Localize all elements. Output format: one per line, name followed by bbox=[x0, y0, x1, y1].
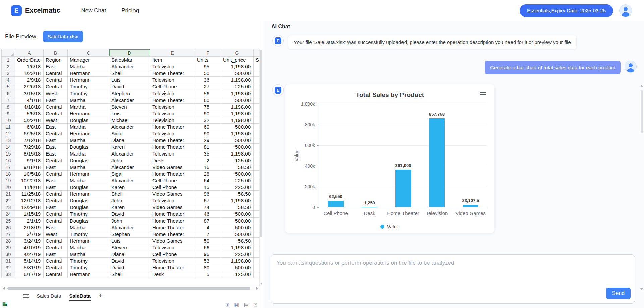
cell-F22[interactable]: 67 bbox=[195, 197, 221, 204]
cell-E33[interactable]: Desk bbox=[150, 271, 195, 278]
cell-G7[interactable]: 500.00 bbox=[221, 97, 254, 104]
cell-A29[interactable]: 4/10/19 bbox=[15, 244, 44, 251]
bar-video-games[interactable] bbox=[463, 205, 478, 207]
cell-C4[interactable]: Hermann bbox=[68, 77, 109, 83]
cell-B10[interactable]: West bbox=[44, 117, 68, 124]
cell-G30[interactable]: 225.00 bbox=[221, 251, 254, 258]
cell-A21[interactable]: 11/25/18 bbox=[15, 191, 44, 197]
row-number-29[interactable]: 29 bbox=[2, 244, 15, 251]
cell-C1[interactable]: Manager bbox=[68, 57, 109, 63]
cell-E6[interactable]: Television bbox=[150, 90, 195, 97]
cell-G15[interactable]: 1,198.00 bbox=[221, 150, 254, 157]
cell-E28[interactable]: Video Games bbox=[150, 238, 195, 244]
cell-G23[interactable]: 58.50 bbox=[221, 204, 254, 211]
cell-F6[interactable]: 56 bbox=[195, 90, 221, 97]
chart-grid-icon[interactable]: ▦ bbox=[234, 302, 239, 308]
cell-H13[interactable] bbox=[254, 137, 260, 144]
cell-H16[interactable] bbox=[254, 157, 260, 164]
cell-G13[interactable]: 500.00 bbox=[221, 137, 254, 144]
cell-C9[interactable]: Hermann bbox=[68, 110, 109, 117]
cell-D14[interactable]: Karen bbox=[109, 144, 150, 150]
cell-F10[interactable]: 32 bbox=[195, 117, 221, 124]
cell-B1[interactable]: Region bbox=[44, 57, 68, 63]
cell-F30[interactable]: 96 bbox=[195, 251, 221, 258]
row-number-7[interactable]: 7 bbox=[2, 97, 15, 104]
cell-D9[interactable]: Luis bbox=[109, 110, 150, 117]
cell-D19[interactable]: Alexander bbox=[109, 177, 150, 184]
cell-C6[interactable]: Timothy bbox=[68, 90, 109, 97]
column-header-G[interactable]: G bbox=[221, 49, 254, 57]
cell-F8[interactable]: 75 bbox=[195, 104, 221, 110]
cell-H33[interactable] bbox=[254, 271, 260, 278]
cell-B11[interactable]: East bbox=[44, 124, 68, 130]
cell-A16[interactable]: 9/1/18 bbox=[15, 157, 44, 164]
cell-D3[interactable]: Shelli bbox=[109, 70, 150, 77]
cell-D16[interactable]: John bbox=[109, 157, 150, 164]
cell-A10[interactable]: 5/22/18 bbox=[15, 117, 44, 124]
cell-G25[interactable]: 500.00 bbox=[221, 218, 254, 224]
cell-G22[interactable]: 1,198.00 bbox=[221, 197, 254, 204]
user-avatar[interactable] bbox=[619, 4, 632, 17]
row-number-4[interactable]: 4 bbox=[2, 77, 15, 83]
cell-H1[interactable]: Sa bbox=[254, 57, 260, 63]
cell-F23[interactable]: 74 bbox=[195, 204, 221, 211]
cell-B24[interactable]: Central bbox=[44, 211, 68, 218]
cell-A7[interactable]: 4/1/18 bbox=[15, 97, 44, 104]
cell-D12[interactable]: Sigal bbox=[109, 130, 150, 137]
cell-G9[interactable]: 1,198.00 bbox=[221, 110, 254, 117]
cell-H12[interactable] bbox=[254, 130, 260, 137]
cell-H30[interactable] bbox=[254, 251, 260, 258]
cell-C17[interactable]: Martha bbox=[68, 164, 109, 171]
cell-A27[interactable]: 3/7/19 bbox=[15, 231, 44, 238]
row-number-14[interactable]: 14 bbox=[2, 144, 15, 150]
send-button[interactable]: Send bbox=[606, 288, 631, 299]
cell-A24[interactable]: 1/15/19 bbox=[15, 211, 44, 218]
cell-H23[interactable] bbox=[254, 204, 260, 211]
cell-A3[interactable]: 1/23/18 bbox=[15, 70, 44, 77]
cell-F11[interactable]: 60 bbox=[195, 124, 221, 130]
cell-H6[interactable] bbox=[254, 90, 260, 97]
cell-D13[interactable]: Diana bbox=[109, 137, 150, 144]
cell-H15[interactable] bbox=[254, 150, 260, 157]
cell-D26[interactable]: Alexander bbox=[109, 224, 150, 231]
cell-E23[interactable]: Video Games bbox=[150, 204, 195, 211]
row-number-26[interactable]: 26 bbox=[2, 224, 15, 231]
cell-E7[interactable]: Home Theater bbox=[150, 97, 195, 104]
cell-B32[interactable]: Central bbox=[44, 264, 68, 271]
cell-G24[interactable]: 500.00 bbox=[221, 211, 254, 218]
cell-A33[interactable]: 6/17/19 bbox=[15, 271, 44, 278]
cell-E31[interactable]: Television bbox=[150, 258, 195, 264]
cell-B19[interactable]: East bbox=[44, 177, 68, 184]
cell-D15[interactable]: Alexander bbox=[109, 150, 150, 157]
cell-A9[interactable]: 5/5/18 bbox=[15, 110, 44, 117]
cell-B14[interactable]: East bbox=[44, 144, 68, 150]
cell-B20[interactable]: East bbox=[44, 184, 68, 191]
cell-E1[interactable]: Item bbox=[150, 57, 195, 63]
row-number-32[interactable]: 32 bbox=[2, 264, 15, 271]
cell-F15[interactable]: 35 bbox=[195, 150, 221, 157]
cell-E3[interactable]: Home Theater bbox=[150, 70, 195, 77]
cell-A4[interactable]: 2/9/18 bbox=[15, 77, 44, 83]
row-number-16[interactable]: 16 bbox=[2, 157, 15, 164]
cell-H19[interactable] bbox=[254, 177, 260, 184]
spreadsheet[interactable]: ABCDEFGH 1OrderDateRegionManagerSalesMan… bbox=[1, 49, 260, 286]
column-header-E[interactable]: E bbox=[150, 49, 195, 57]
cell-C7[interactable]: Martha bbox=[68, 97, 109, 104]
cell-B12[interactable]: Central bbox=[44, 130, 68, 137]
cell-H25[interactable] bbox=[254, 218, 260, 224]
cell-E32[interactable]: Home Theater bbox=[150, 264, 195, 271]
cell-A19[interactable]: 10/22/18 bbox=[15, 177, 44, 184]
cell-G5[interactable]: 225.00 bbox=[221, 83, 254, 90]
cell-B15[interactable]: East bbox=[44, 150, 68, 157]
cell-A31[interactable]: 5/14/19 bbox=[15, 258, 44, 264]
cell-H8[interactable] bbox=[254, 104, 260, 110]
cell-G21[interactable]: 58.50 bbox=[221, 191, 254, 197]
cell-E20[interactable]: Cell Phone bbox=[150, 184, 195, 191]
cell-C25[interactable]: Douglas bbox=[68, 218, 109, 224]
grid-icon[interactable]: ⊞ bbox=[225, 302, 230, 308]
cell-B7[interactable]: East bbox=[44, 97, 68, 104]
cell-F14[interactable]: 81 bbox=[195, 144, 221, 150]
cell-C5[interactable]: Timothy bbox=[68, 83, 109, 90]
cell-G12[interactable]: 1,198.00 bbox=[221, 130, 254, 137]
cell-A2[interactable]: 1/6/18 bbox=[15, 63, 44, 70]
